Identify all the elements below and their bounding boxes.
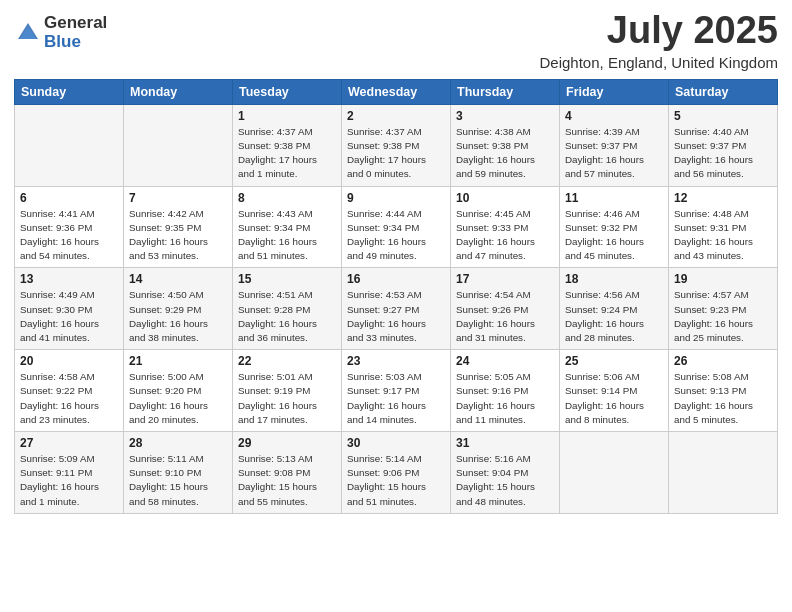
- logo-blue: Blue: [44, 33, 107, 52]
- day-number: 6: [20, 191, 118, 205]
- calendar-day-header: Saturday: [669, 79, 778, 104]
- day-number: 10: [456, 191, 554, 205]
- calendar-cell: [669, 432, 778, 514]
- day-info: Sunrise: 5:09 AM Sunset: 9:11 PM Dayligh…: [20, 452, 118, 509]
- calendar-cell: 7Sunrise: 4:42 AM Sunset: 9:35 PM Daylig…: [124, 186, 233, 268]
- calendar-cell: [124, 104, 233, 186]
- day-number: 11: [565, 191, 663, 205]
- calendar-cell: 10Sunrise: 4:45 AM Sunset: 9:33 PM Dayli…: [451, 186, 560, 268]
- day-number: 27: [20, 436, 118, 450]
- day-info: Sunrise: 4:50 AM Sunset: 9:29 PM Dayligh…: [129, 288, 227, 345]
- calendar-cell: 1Sunrise: 4:37 AM Sunset: 9:38 PM Daylig…: [233, 104, 342, 186]
- calendar-cell: 5Sunrise: 4:40 AM Sunset: 9:37 PM Daylig…: [669, 104, 778, 186]
- day-info: Sunrise: 4:38 AM Sunset: 9:38 PM Dayligh…: [456, 125, 554, 182]
- day-number: 18: [565, 272, 663, 286]
- day-info: Sunrise: 4:54 AM Sunset: 9:26 PM Dayligh…: [456, 288, 554, 345]
- day-info: Sunrise: 5:11 AM Sunset: 9:10 PM Dayligh…: [129, 452, 227, 509]
- day-info: Sunrise: 4:58 AM Sunset: 9:22 PM Dayligh…: [20, 370, 118, 427]
- day-info: Sunrise: 5:14 AM Sunset: 9:06 PM Dayligh…: [347, 452, 445, 509]
- day-number: 21: [129, 354, 227, 368]
- calendar-cell: 4Sunrise: 4:39 AM Sunset: 9:37 PM Daylig…: [560, 104, 669, 186]
- calendar-cell: 21Sunrise: 5:00 AM Sunset: 9:20 PM Dayli…: [124, 350, 233, 432]
- calendar-header-row: SundayMondayTuesdayWednesdayThursdayFrid…: [15, 79, 778, 104]
- title-block: July 2025 Deighton, England, United King…: [540, 10, 779, 71]
- day-number: 26: [674, 354, 772, 368]
- calendar-cell: 3Sunrise: 4:38 AM Sunset: 9:38 PM Daylig…: [451, 104, 560, 186]
- day-number: 12: [674, 191, 772, 205]
- calendar-cell: 28Sunrise: 5:11 AM Sunset: 9:10 PM Dayli…: [124, 432, 233, 514]
- calendar-week-row: 20Sunrise: 4:58 AM Sunset: 9:22 PM Dayli…: [15, 350, 778, 432]
- day-info: Sunrise: 4:57 AM Sunset: 9:23 PM Dayligh…: [674, 288, 772, 345]
- day-number: 30: [347, 436, 445, 450]
- day-info: Sunrise: 4:42 AM Sunset: 9:35 PM Dayligh…: [129, 207, 227, 264]
- day-number: 25: [565, 354, 663, 368]
- subtitle: Deighton, England, United Kingdom: [540, 54, 779, 71]
- calendar-cell: 19Sunrise: 4:57 AM Sunset: 9:23 PM Dayli…: [669, 268, 778, 350]
- day-number: 8: [238, 191, 336, 205]
- day-number: 19: [674, 272, 772, 286]
- calendar-cell: 24Sunrise: 5:05 AM Sunset: 9:16 PM Dayli…: [451, 350, 560, 432]
- calendar-day-header: Thursday: [451, 79, 560, 104]
- page: General Blue July 2025 Deighton, England…: [0, 0, 792, 612]
- calendar-day-header: Friday: [560, 79, 669, 104]
- calendar-cell: 18Sunrise: 4:56 AM Sunset: 9:24 PM Dayli…: [560, 268, 669, 350]
- main-title: July 2025: [540, 10, 779, 52]
- calendar-cell: 15Sunrise: 4:51 AM Sunset: 9:28 PM Dayli…: [233, 268, 342, 350]
- logo: General Blue: [14, 14, 107, 51]
- calendar-table: SundayMondayTuesdayWednesdayThursdayFrid…: [14, 79, 778, 514]
- calendar-cell: 11Sunrise: 4:46 AM Sunset: 9:32 PM Dayli…: [560, 186, 669, 268]
- day-info: Sunrise: 4:43 AM Sunset: 9:34 PM Dayligh…: [238, 207, 336, 264]
- calendar-cell: 27Sunrise: 5:09 AM Sunset: 9:11 PM Dayli…: [15, 432, 124, 514]
- calendar-cell: 14Sunrise: 4:50 AM Sunset: 9:29 PM Dayli…: [124, 268, 233, 350]
- calendar-cell: 29Sunrise: 5:13 AM Sunset: 9:08 PM Dayli…: [233, 432, 342, 514]
- day-number: 1: [238, 109, 336, 123]
- calendar-cell: 20Sunrise: 4:58 AM Sunset: 9:22 PM Dayli…: [15, 350, 124, 432]
- day-number: 22: [238, 354, 336, 368]
- calendar-week-row: 13Sunrise: 4:49 AM Sunset: 9:30 PM Dayli…: [15, 268, 778, 350]
- day-info: Sunrise: 4:53 AM Sunset: 9:27 PM Dayligh…: [347, 288, 445, 345]
- calendar-cell: 16Sunrise: 4:53 AM Sunset: 9:27 PM Dayli…: [342, 268, 451, 350]
- day-number: 5: [674, 109, 772, 123]
- day-number: 17: [456, 272, 554, 286]
- day-info: Sunrise: 4:46 AM Sunset: 9:32 PM Dayligh…: [565, 207, 663, 264]
- day-number: 31: [456, 436, 554, 450]
- calendar-cell: 30Sunrise: 5:14 AM Sunset: 9:06 PM Dayli…: [342, 432, 451, 514]
- day-info: Sunrise: 4:41 AM Sunset: 9:36 PM Dayligh…: [20, 207, 118, 264]
- day-info: Sunrise: 4:44 AM Sunset: 9:34 PM Dayligh…: [347, 207, 445, 264]
- day-info: Sunrise: 4:45 AM Sunset: 9:33 PM Dayligh…: [456, 207, 554, 264]
- day-info: Sunrise: 5:06 AM Sunset: 9:14 PM Dayligh…: [565, 370, 663, 427]
- day-number: 3: [456, 109, 554, 123]
- day-info: Sunrise: 4:49 AM Sunset: 9:30 PM Dayligh…: [20, 288, 118, 345]
- day-number: 7: [129, 191, 227, 205]
- calendar-cell: 13Sunrise: 4:49 AM Sunset: 9:30 PM Dayli…: [15, 268, 124, 350]
- day-number: 16: [347, 272, 445, 286]
- logo-general: General: [44, 14, 107, 33]
- day-info: Sunrise: 4:37 AM Sunset: 9:38 PM Dayligh…: [238, 125, 336, 182]
- day-number: 23: [347, 354, 445, 368]
- calendar-cell: 6Sunrise: 4:41 AM Sunset: 9:36 PM Daylig…: [15, 186, 124, 268]
- day-info: Sunrise: 5:05 AM Sunset: 9:16 PM Dayligh…: [456, 370, 554, 427]
- calendar-week-row: 1Sunrise: 4:37 AM Sunset: 9:38 PM Daylig…: [15, 104, 778, 186]
- day-info: Sunrise: 5:00 AM Sunset: 9:20 PM Dayligh…: [129, 370, 227, 427]
- day-number: 13: [20, 272, 118, 286]
- calendar-week-row: 27Sunrise: 5:09 AM Sunset: 9:11 PM Dayli…: [15, 432, 778, 514]
- day-number: 15: [238, 272, 336, 286]
- day-number: 2: [347, 109, 445, 123]
- day-info: Sunrise: 4:51 AM Sunset: 9:28 PM Dayligh…: [238, 288, 336, 345]
- calendar-cell: 23Sunrise: 5:03 AM Sunset: 9:17 PM Dayli…: [342, 350, 451, 432]
- header: General Blue July 2025 Deighton, England…: [14, 10, 778, 71]
- day-info: Sunrise: 5:03 AM Sunset: 9:17 PM Dayligh…: [347, 370, 445, 427]
- day-number: 4: [565, 109, 663, 123]
- calendar-cell: 9Sunrise: 4:44 AM Sunset: 9:34 PM Daylig…: [342, 186, 451, 268]
- calendar-cell: 25Sunrise: 5:06 AM Sunset: 9:14 PM Dayli…: [560, 350, 669, 432]
- day-info: Sunrise: 5:01 AM Sunset: 9:19 PM Dayligh…: [238, 370, 336, 427]
- day-number: 29: [238, 436, 336, 450]
- calendar-cell: 26Sunrise: 5:08 AM Sunset: 9:13 PM Dayli…: [669, 350, 778, 432]
- day-info: Sunrise: 4:39 AM Sunset: 9:37 PM Dayligh…: [565, 125, 663, 182]
- day-info: Sunrise: 5:16 AM Sunset: 9:04 PM Dayligh…: [456, 452, 554, 509]
- day-info: Sunrise: 5:08 AM Sunset: 9:13 PM Dayligh…: [674, 370, 772, 427]
- calendar-day-header: Monday: [124, 79, 233, 104]
- calendar-cell: 17Sunrise: 4:54 AM Sunset: 9:26 PM Dayli…: [451, 268, 560, 350]
- calendar-cell: 2Sunrise: 4:37 AM Sunset: 9:38 PM Daylig…: [342, 104, 451, 186]
- calendar-cell: 12Sunrise: 4:48 AM Sunset: 9:31 PM Dayli…: [669, 186, 778, 268]
